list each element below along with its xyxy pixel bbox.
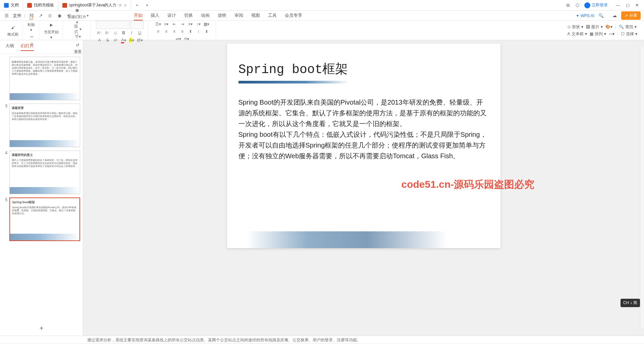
layout-button[interactable]: 版式▾ bbox=[74, 26, 82, 33]
title-underline bbox=[238, 81, 349, 83]
quick-access-bar: ☰ 文件 | 🖫 ↗ ⎙ ◉ ↶ ↷ ▾ 开始 插入 设计 切换 动画 放映 审… bbox=[0, 11, 644, 21]
new-slide-button[interactable]: ▦新建幻灯片 ▾ bbox=[66, 6, 88, 25]
slide-panel: 大纲 幻灯片 ‹ 随着背景的发展日益，全球化的力量不断加强市场竞争，推动了各行各… bbox=[0, 40, 83, 336]
package-icon[interactable]: ⬡ bbox=[575, 3, 580, 8]
template-icon bbox=[27, 3, 32, 8]
avatar-icon bbox=[584, 2, 590, 8]
slide-title[interactable]: Spring boot框架 bbox=[238, 60, 489, 77]
menu-view[interactable]: 视图 bbox=[251, 11, 260, 20]
bold-icon[interactable]: B bbox=[120, 30, 127, 36]
reset-icon: ↺ bbox=[74, 41, 82, 49]
share-button[interactable]: ↗ 分享 bbox=[621, 11, 641, 20]
textbox-button[interactable]: A 文本框▾ bbox=[568, 31, 587, 37]
increase-indent-icon[interactable]: ⇥ bbox=[179, 21, 186, 27]
format-painter-button[interactable]: 🖌格式刷 bbox=[6, 23, 20, 38]
text-direction-icon[interactable]: ↕▾ bbox=[195, 21, 202, 27]
menu-transition[interactable]: 切换 bbox=[184, 11, 193, 20]
thumbnail-list[interactable]: 随着背景的发展日益，全球化的力量不断加强市场竞争，推动了各行各业迅速发展，要创在… bbox=[0, 54, 83, 321]
outline-button[interactable]: ▭▾ bbox=[609, 31, 614, 37]
menu-insert[interactable]: 插入 bbox=[151, 11, 159, 20]
add-slide-button[interactable]: + bbox=[0, 321, 83, 336]
tab-close-icon[interactable]: × bbox=[124, 3, 126, 8]
cloud-icon[interactable]: ☁ bbox=[611, 12, 618, 19]
italic-icon[interactable]: I bbox=[128, 30, 136, 36]
thumb-number: 3 bbox=[3, 104, 7, 147]
menu-review[interactable]: 审阅 bbox=[234, 11, 243, 20]
align-top-icon[interactable]: ⬆ bbox=[187, 28, 194, 35]
slide-thumbnail-4[interactable]: 课题研究的意义现代人力资源管理系统的综合了各种技术，为了化，即特征这些技术才，可… bbox=[9, 151, 80, 194]
align-bottom-icon[interactable]: ⬇ bbox=[203, 28, 210, 35]
shape-button[interactable]: ◇ 形状▾ bbox=[568, 24, 583, 30]
select-button[interactable]: ☐ 选择▾ bbox=[621, 31, 637, 37]
print-icon[interactable]: ⎙ bbox=[47, 12, 53, 19]
slide-canvas[interactable]: Spring boot框架 Spring Boot的开发团队来自美国的Pivot… bbox=[83, 40, 644, 336]
reset-button[interactable]: ↺重置 bbox=[73, 41, 83, 55]
maximize-button[interactable]: ◻ bbox=[625, 3, 630, 8]
tab-templates[interactable]: 找稻壳模板 bbox=[23, 1, 58, 10]
font-family-select[interactable] bbox=[96, 21, 129, 29]
slide-thumbnail-3[interactable]: 课题背景综合各种相关理论和相关技术和软件开发的一般软件过程，按给了合系统的程序设… bbox=[9, 104, 80, 147]
tab-document[interactable]: 文档 bbox=[0, 1, 23, 10]
copy-icon[interactable]: ⎘ bbox=[28, 41, 36, 48]
decrease-indent-icon[interactable]: ⇤ bbox=[171, 21, 178, 27]
menu-slideshow[interactable]: 放映 bbox=[218, 11, 226, 20]
wps-ai-button[interactable]: ✦ WPS AI bbox=[576, 13, 594, 18]
outline-tab[interactable]: 大纲 bbox=[5, 43, 14, 51]
slide-footer-decor bbox=[247, 231, 447, 248]
paste-button[interactable]: 📋粘贴 ▾ bbox=[26, 13, 36, 33]
image-button[interactable]: 🖼 图片▾ bbox=[586, 24, 603, 30]
justify-icon[interactable]: ≡ bbox=[179, 28, 186, 35]
align-right-icon[interactable]: ≡ bbox=[171, 28, 178, 35]
arrange-button[interactable]: ▦ 排列▾ bbox=[590, 31, 606, 37]
ribbon-toolbar: 🖌格式刷 📋粘贴 ▾ ✂ ⎘ ▶当页开始 ▾ ▦新建幻灯片 ▾ 版式▾ 节▾ ↺… bbox=[0, 21, 644, 40]
clear-format-icon[interactable]: ◇ bbox=[112, 30, 119, 36]
columns-icon[interactable]: ▦▾ bbox=[203, 21, 210, 27]
menu-start[interactable]: 开始 bbox=[134, 11, 143, 20]
multi-window-icon[interactable]: ⧉ bbox=[566, 3, 570, 8]
slide-thumbnail-5[interactable]: Spring boot框架Spring Boot的开发团队来自美国的Pivota… bbox=[9, 197, 80, 241]
doc-icon bbox=[4, 3, 9, 8]
file-menu[interactable]: 文件 bbox=[13, 13, 21, 19]
brush-icon: 🖌 bbox=[9, 24, 17, 31]
current-slide[interactable]: Spring boot框架 Spring Boot的开发团队来自美国的Pivot… bbox=[227, 44, 500, 248]
font-size-select[interactable] bbox=[130, 21, 144, 29]
preview-icon[interactable]: ◉ bbox=[56, 12, 63, 19]
underline-icon[interactable]: U bbox=[136, 30, 144, 36]
close-button[interactable]: ✕ bbox=[635, 3, 639, 8]
export-icon[interactable]: ↗ bbox=[37, 12, 44, 19]
align-left-icon[interactable]: ≡ bbox=[155, 28, 162, 35]
clipboard-icon: 📋 bbox=[28, 14, 35, 21]
minimize-button[interactable]: — bbox=[616, 3, 621, 8]
tab-menu-dropdown[interactable]: ▾ bbox=[143, 1, 151, 9]
thumb-number: 4 bbox=[3, 151, 7, 194]
slide-body[interactable]: Spring Boot的开发团队来自美国的Pivotal公司，是2013年研发的… bbox=[238, 97, 489, 161]
play-icon: ▶ bbox=[48, 21, 55, 29]
menu-icon[interactable]: ☰ bbox=[3, 12, 10, 19]
menu-tools[interactable]: 工具 bbox=[268, 11, 277, 20]
login-button[interactable]: 立即登录 bbox=[584, 2, 608, 8]
cut-icon[interactable]: ✂ bbox=[28, 34, 36, 40]
find-button[interactable]: 🔍 查找▾ bbox=[619, 24, 637, 30]
line-spacing-icon[interactable]: ≡▾ bbox=[187, 21, 194, 27]
align-center-icon[interactable]: ≡ bbox=[163, 28, 170, 35]
increase-font-icon[interactable]: A⁺ bbox=[96, 30, 103, 36]
notes-bar[interactable]: 通过需求分析，系统主要实现查询某条路线上的所有公交站点信息、某两个公交站点之间的… bbox=[0, 336, 644, 344]
slide-thumbnail-2[interactable]: 随着背景的发展日益，全球化的力量不断加强市场竞争，推动了各行各业迅速发展，要创在… bbox=[9, 57, 80, 100]
thumb-number: 5 bbox=[3, 197, 7, 241]
bullets-icon[interactable]: ☰▾ bbox=[155, 21, 162, 27]
menu-animation[interactable]: 动画 bbox=[201, 11, 210, 20]
search-icon[interactable]: 🔍 bbox=[598, 12, 604, 19]
section-button[interactable]: 节▾ bbox=[74, 33, 82, 40]
start-from-current-button[interactable]: ▶当页开始 ▾ bbox=[43, 21, 60, 40]
menu-member[interactable]: 会员专享 bbox=[285, 11, 302, 20]
ime-indicator: CH ♪ 简 bbox=[621, 299, 640, 307]
numbering-icon[interactable]: ≡▾ bbox=[163, 21, 170, 27]
right-toolbar[interactable] bbox=[640, 47, 644, 328]
title-bar: 文档 找稻壳模板 springboot基于Java的人力⟳× + ▾ ⧉ ⬡ 立… bbox=[0, 0, 644, 11]
fill-button[interactable]: 🎨▾ bbox=[605, 24, 612, 30]
menu-design[interactable]: 设计 bbox=[167, 11, 176, 20]
tab-add-button[interactable]: + bbox=[133, 1, 141, 9]
align-middle-icon[interactable]: ↕ bbox=[195, 28, 202, 35]
decrease-font-icon[interactable]: A⁻ bbox=[104, 30, 111, 36]
slide-plus-icon: ▦ bbox=[73, 6, 81, 14]
